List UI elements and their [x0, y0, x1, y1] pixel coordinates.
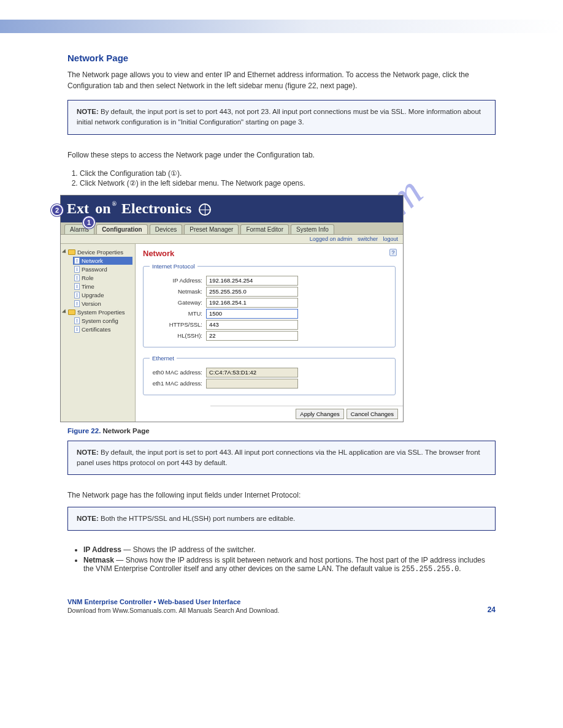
- footer-title: VNM Enterprise Controller • Web-based Us…: [67, 598, 280, 605]
- input-eth0-mac: [206, 368, 298, 377]
- tab-devices[interactable]: Devices: [150, 224, 183, 234]
- folder-device-properties[interactable]: Device Properties: [63, 249, 132, 256]
- apply-changes-button[interactable]: Apply Changes: [296, 409, 343, 419]
- screenshot-body: 2 Device Properties Network Password Rol…: [61, 244, 403, 422]
- input-https-ssl[interactable]: [206, 320, 298, 330]
- folder-label: System Properties: [77, 309, 125, 316]
- footer-sub: Download from Www.Somanuals.com. All Man…: [67, 607, 280, 614]
- step-1: Click the Configuration tab (①).: [80, 169, 496, 178]
- figure-number: Figure 22.: [67, 427, 101, 434]
- note-label: NOTE:: [77, 449, 99, 456]
- callout-2: 2: [51, 204, 63, 216]
- tab-format-editor[interactable]: Format Editor: [240, 224, 289, 234]
- document-page: Network Page The Network page allows you…: [0, 0, 563, 639]
- label-netmask: Netmask:: [150, 288, 206, 295]
- label-https-ssl: HTTPS/SSL:: [150, 321, 206, 328]
- brand-part2: on: [95, 200, 110, 216]
- legend-internet-protocol: Internet Protocol: [150, 263, 197, 270]
- tab-preset-manager[interactable]: Preset Manager: [184, 224, 239, 234]
- screenshot-header: Extron® Electronics: [61, 195, 403, 222]
- group-internet-protocol: Internet Protocol IP Address: Netmask: G…: [143, 263, 396, 347]
- doc-icon: [74, 292, 80, 298]
- note-label: NOTE:: [77, 515, 99, 522]
- doc-icon: [74, 275, 80, 281]
- group-ethernet: Ethernet eth0 MAC address: eth1 MAC addr…: [143, 355, 396, 395]
- bullet-label: IP Address: [83, 545, 121, 554]
- bullets-section: The Network page has the following input…: [67, 490, 496, 574]
- globe-icon: [199, 203, 211, 216]
- switcher-link[interactable]: switcher: [358, 236, 378, 242]
- note-box-2: NOTE: By default, the input port is set …: [67, 441, 496, 476]
- label-mtu: MTU:: [150, 310, 206, 317]
- note-text: By default, the input port is set to por…: [77, 449, 480, 466]
- logout-link[interactable]: logout: [383, 236, 398, 242]
- bullet-code: 255.255.255.0: [402, 565, 459, 574]
- tab-configuration[interactable]: Configuration: [96, 224, 148, 234]
- folder-icon: [68, 309, 75, 315]
- section-title: Network Page: [67, 53, 496, 63]
- note-text: By default, the input port is set to por…: [77, 108, 481, 126]
- footer-left: VNM Enterprise Controller • Web-based Us…: [67, 598, 280, 614]
- folder-system-properties[interactable]: System Properties: [63, 309, 132, 316]
- tree-system-config[interactable]: System config: [73, 317, 132, 325]
- input-ip-address[interactable]: [206, 276, 298, 286]
- folder-label: Device Properties: [77, 249, 123, 256]
- steps-intro: Follow these steps to access the Network…: [67, 150, 496, 161]
- tree-role[interactable]: Role: [73, 274, 132, 282]
- callout-1: 1: [83, 216, 95, 229]
- tree-upgrade[interactable]: Upgrade: [73, 291, 132, 299]
- page-footer: VNM Enterprise Controller • Web-based Us…: [67, 598, 496, 614]
- tree-label: Role: [82, 275, 94, 281]
- brand-part1: Ext: [67, 200, 89, 216]
- login-text: Logged on admin: [310, 236, 353, 242]
- login-bar: Logged on admin switcher logout: [61, 235, 403, 244]
- tree-label: System config: [82, 317, 118, 324]
- brand-logo: Extron® Electronics: [67, 200, 211, 217]
- tree-label: Upgrade: [82, 292, 104, 298]
- note-text: Both the HTTPS/SSL and HL(SSH) port numb…: [99, 515, 295, 522]
- screenshot-main: Network ? Internet Protocol IP Address: …: [136, 244, 403, 422]
- intro-paragraph: The Network page allows you to view and …: [67, 69, 496, 91]
- note-box-3: NOTE: Both the HTTPS/SSL and HL(SSH) por…: [67, 507, 496, 531]
- expand-icon: [62, 309, 67, 314]
- input-mtu[interactable]: [206, 309, 298, 319]
- figure-caption: Figure 22. Network Page: [67, 427, 496, 434]
- bullet-text: — Shows the IP address of the switcher.: [121, 545, 256, 554]
- tree-label: Time: [82, 283, 94, 290]
- figure-wrap: manualshive.com Extron® Electronics 1 Al…: [67, 195, 496, 422]
- note-label: NOTE:: [77, 108, 99, 115]
- cancel-changes-button[interactable]: Cancel Changes: [347, 409, 398, 419]
- tree-certificates[interactable]: Certificates: [73, 325, 132, 333]
- label-gateway: Gateway:: [150, 299, 206, 306]
- tree-label: Password: [82, 266, 107, 273]
- help-icon[interactable]: ?: [389, 249, 397, 256]
- brand-word2: Electronics: [121, 200, 191, 216]
- bullet-netmask: Netmask — Shows how the IP address is sp…: [83, 556, 496, 574]
- expand-icon: [62, 249, 67, 254]
- legend-ethernet: Ethernet: [150, 355, 177, 362]
- input-hl-ssh[interactable]: [206, 331, 298, 341]
- doc-icon: [74, 300, 80, 307]
- doc-icon: [74, 266, 80, 273]
- page-number: 24: [488, 605, 496, 614]
- input-netmask[interactable]: [206, 287, 298, 297]
- tree-version[interactable]: Version: [73, 300, 132, 308]
- button-bar: Apply Changes Cancel Changes: [210, 406, 403, 422]
- label-ip-address: IP Address:: [150, 277, 206, 284]
- input-eth1-mac: [206, 379, 298, 389]
- doc-icon: [74, 317, 80, 324]
- tree-password[interactable]: Password: [73, 265, 132, 273]
- bullet-tail: .: [459, 564, 461, 573]
- tab-system-info[interactable]: System Info: [291, 224, 334, 234]
- screenshot-tabs: Alarms Configuration Devices Preset Mana…: [61, 222, 403, 235]
- tree-time[interactable]: Time: [73, 282, 132, 290]
- doc-icon: [74, 326, 80, 333]
- page-title: Network: [143, 249, 396, 258]
- step-2: Click Network (②) in the left sidebar me…: [80, 179, 496, 188]
- label-eth0-mac: eth0 MAC address:: [150, 369, 206, 376]
- tree-network[interactable]: Network: [73, 257, 132, 265]
- input-gateway[interactable]: [206, 298, 298, 308]
- tree-label: Network: [82, 257, 103, 264]
- figure-text: Network Page: [101, 427, 149, 434]
- label-hl-ssh: HL(SSH):: [150, 332, 206, 339]
